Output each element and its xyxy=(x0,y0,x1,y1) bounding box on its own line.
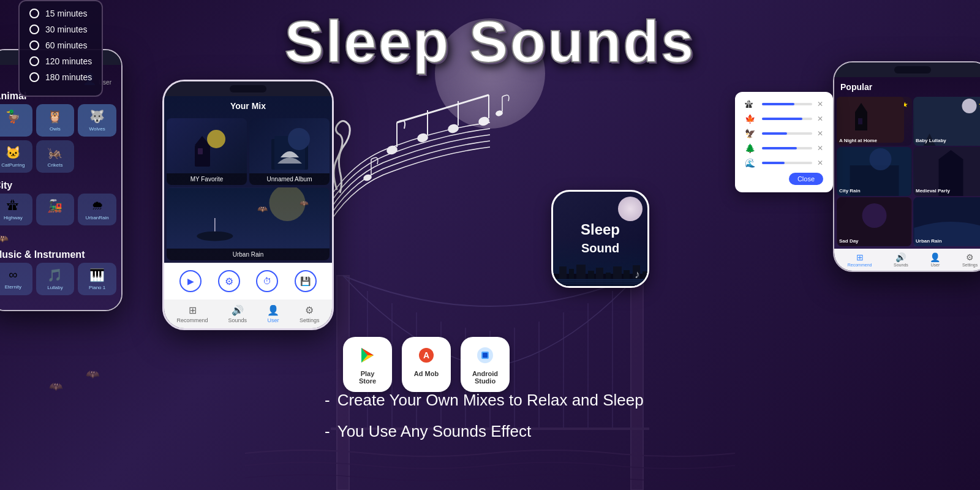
radio-15[interactable] xyxy=(29,9,39,18)
feature-1-dash: - xyxy=(325,391,330,410)
mixer-fill-5 xyxy=(762,162,785,164)
popular-item-night-home[interactable]: ★ A Night at Home xyxy=(837,97,912,146)
mixer-icon-wave: 🌊 xyxy=(745,158,757,168)
sound-item-owls[interactable]: 🦉 Owls xyxy=(36,104,75,137)
svg-rect-67 xyxy=(858,118,862,124)
timer-label-60: 60 minutes xyxy=(45,40,87,50)
save-button[interactable]: 💾 xyxy=(295,270,317,292)
phone-center: Your Mix MY Favorite xyxy=(162,80,334,330)
svg-rect-34 xyxy=(167,188,330,249)
eternity-icon: ∞ xyxy=(9,268,17,282)
svg-point-16 xyxy=(417,133,429,143)
nav-settings[interactable]: ⚙ Settings xyxy=(300,304,320,323)
popular-item-urban-rain[interactable]: Urban Rain xyxy=(913,197,980,246)
app-icon-text: Sleep Sound xyxy=(581,221,620,257)
mixer-row-1: 🛣 ✕ xyxy=(745,99,823,109)
mixer-close-3[interactable]: ✕ xyxy=(817,129,823,138)
timer-label-180: 180 minutes xyxy=(45,72,92,82)
nav-right-recommend[interactable]: ⊞ Recommend xyxy=(848,252,872,267)
radio-120[interactable] xyxy=(29,56,39,66)
play-button[interactable]: ▶ xyxy=(179,270,202,292)
timer-label-15: 15 minutes xyxy=(45,9,87,18)
mixer-icon-leaf: 🍁 xyxy=(745,114,757,124)
bat-decoration-2: 🦇 xyxy=(86,368,99,381)
mixer-track-5 xyxy=(762,162,812,164)
nav-right-sounds[interactable]: 🔊 Sounds xyxy=(894,252,908,267)
radio-60[interactable] xyxy=(29,40,39,50)
svg-point-20 xyxy=(478,116,490,126)
notch-pill-center xyxy=(230,85,266,92)
svg-point-36 xyxy=(197,232,233,241)
mixer-close-1[interactable]: ✕ xyxy=(817,100,823,108)
nav-sounds[interactable]: 🔊 Sounds xyxy=(228,304,247,323)
sound-highway-label: Highway xyxy=(4,215,23,221)
admob-badge[interactable]: A Ad Mob xyxy=(402,337,451,392)
timer-option-60[interactable]: 60 minutes xyxy=(29,40,92,50)
mixer-row-2: 🍁 ✕ xyxy=(745,114,823,124)
mix-item-unnamed[interactable]: Unnamed Album xyxy=(249,118,330,185)
timer-option-120[interactable]: 120 minutes xyxy=(29,56,92,66)
svg-text:A: A xyxy=(423,350,429,360)
sound-item-eternity[interactable]: ∞ Eternity xyxy=(0,263,32,295)
svg-point-78 xyxy=(862,203,887,228)
nav-right-settings[interactable]: ⚙ Settings xyxy=(962,252,978,267)
mixer-close-5[interactable]: ✕ xyxy=(817,159,823,167)
mix-item-urban[interactable]: 🦇 🦇 Urban Rain xyxy=(167,187,330,260)
svg-line-22 xyxy=(397,95,489,123)
mix-label-unnamed: Unnamed Album xyxy=(249,173,330,185)
radio-180[interactable] xyxy=(29,72,39,82)
mixer-close-2[interactable]: ✕ xyxy=(817,115,823,123)
sound-item-crickets[interactable]: 🦗 Crikets xyxy=(36,140,75,173)
sound-item-wolves[interactable]: 🐺 Wolves xyxy=(78,104,116,137)
nav-recommend[interactable]: ⊞ Recommend xyxy=(176,304,208,323)
timer-label-30: 30 minutes xyxy=(45,24,87,34)
radio-30[interactable] xyxy=(29,24,39,34)
popular-item-sad-day[interactable]: Sad Day xyxy=(837,197,912,246)
timer-option-180[interactable]: 180 minutes xyxy=(29,72,92,82)
svg-text:🦇: 🦇 xyxy=(300,199,309,208)
popular-item-medieval[interactable]: Medieval Party xyxy=(913,147,980,196)
user-nav-right-icon: 👤 xyxy=(930,252,940,262)
nav-right-user[interactable]: 👤 User xyxy=(930,252,940,267)
sound-item-cat[interactable]: 🐱 CatPurring xyxy=(0,140,32,173)
popular-item-baby-lullaby[interactable]: ★ Baby Lullaby xyxy=(913,97,980,146)
music-notes-decoration xyxy=(318,86,514,221)
popular-label-urban-rain: Urban Rain xyxy=(916,238,942,244)
owls-icon: 🦉 xyxy=(47,109,62,124)
svg-point-14 xyxy=(386,145,398,155)
mix-item-favorite[interactable]: MY Favorite xyxy=(167,118,247,185)
sound-item-train[interactable]: 🚂 xyxy=(36,194,75,225)
sound-item-lullaby[interactable]: 🎵 Lullaby xyxy=(36,263,75,295)
sound-item-piano[interactable]: 🎹 Piano 1 xyxy=(78,263,116,295)
mixer-fill-1 xyxy=(762,103,794,105)
svg-point-30 xyxy=(207,130,225,148)
timer-button[interactable]: ⏱ xyxy=(256,270,278,292)
mixer-overlay: 🛣 ✕ 🍁 ✕ 🦅 ✕ 🌲 ✕ 🌊 ✕ Close xyxy=(735,92,833,192)
sound-eternity-label: Eternity xyxy=(5,284,21,290)
sound-item-highway[interactable]: 🛣 Highway xyxy=(0,194,32,225)
nav-user[interactable]: 👤 User xyxy=(267,304,279,323)
mix-img-favorite xyxy=(167,118,247,173)
mixer-close-4[interactable]: ✕ xyxy=(817,144,823,153)
nav-sounds-label: Sounds xyxy=(228,317,247,323)
android-studio-badge[interactable]: Android Studio xyxy=(461,337,510,392)
play-store-badge[interactable]: Play Store xyxy=(343,337,392,392)
mixer-close-button[interactable]: Close xyxy=(789,173,823,185)
mixer-button[interactable]: ⚙ xyxy=(218,270,240,292)
timer-options-panel: 15 minutes 30 minutes 60 minutes 120 min… xyxy=(18,0,103,97)
svg-point-73 xyxy=(870,148,892,170)
app-icon-skyline xyxy=(553,262,647,286)
features-container: - Create Your Own Mixes to Relax and Sle… xyxy=(325,391,644,453)
timer-option-15[interactable]: 15 minutes xyxy=(29,9,92,18)
timer-option-30[interactable]: 30 minutes xyxy=(29,24,92,34)
recommend-icon: ⊞ xyxy=(189,304,197,316)
svg-point-23 xyxy=(363,174,372,181)
phone-center-screen: Your Mix MY Favorite xyxy=(164,96,332,263)
recommend-nav-icon: ⊞ xyxy=(856,252,864,262)
sound-item-urbanrain[interactable]: 🌧 UrbanRain xyxy=(78,194,116,225)
mixer-fill-4 xyxy=(762,147,797,149)
sound-item-bird[interactable]: 🦆 xyxy=(0,104,32,137)
nav-recommend-label: Recommend xyxy=(176,317,208,323)
popular-item-city-rain[interactable]: City Rain xyxy=(837,147,912,196)
bat-city-icon: 🦇 xyxy=(0,233,9,244)
